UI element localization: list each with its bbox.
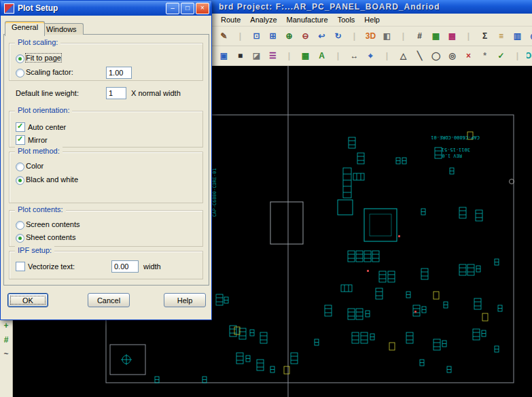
vectorize-width-suffix-label: width bbox=[143, 262, 161, 271]
ok-button[interactable]: OK bbox=[7, 293, 48, 307]
separator: | bbox=[232, 29, 248, 44]
auto-center-checkbox[interactable] bbox=[16, 122, 25, 132]
place-part-icon[interactable]: ▦ bbox=[298, 48, 313, 64]
screen-contents-label: Screen contents bbox=[26, 220, 80, 228]
shaded-view-icon[interactable]: ◧ bbox=[379, 29, 395, 44]
cancel-button[interactable]: Cancel bbox=[88, 293, 130, 307]
line-weight-label: Default line weight: bbox=[16, 89, 79, 97]
tab-windows[interactable]: Windows bbox=[39, 23, 84, 35]
add-text-icon[interactable]: A bbox=[314, 48, 330, 64]
redraw-icon[interactable]: ↻ bbox=[330, 29, 346, 44]
done-icon[interactable]: ✓ bbox=[493, 48, 509, 64]
zoom-in-icon[interactable]: ⊕ bbox=[281, 29, 297, 44]
separator: | bbox=[510, 48, 525, 64]
plot-orientation-group-label: Plot orientation: bbox=[15, 106, 72, 114]
board-date-code: 3011-15-51 bbox=[442, 147, 470, 152]
menu-item[interactable]: Tools bbox=[333, 14, 360, 25]
main-window-title: brd Project: F:...AR_PC_PANEL_BOARD_Andr… bbox=[219, 2, 440, 12]
color-radio[interactable] bbox=[16, 162, 24, 171]
slide-icon[interactable]: ~ bbox=[1, 349, 12, 359]
stack-icon[interactable]: ☰ bbox=[265, 48, 281, 64]
dialog-title: Plot Setup bbox=[18, 3, 164, 13]
add-donut-icon[interactable]: ◎ bbox=[444, 48, 460, 64]
sheet-contents-label: Sheet contents bbox=[26, 233, 75, 241]
fit-to-page-radio[interactable] bbox=[16, 54, 24, 63]
plot-method-group-label: Plot method: bbox=[15, 147, 63, 155]
3d-view-icon[interactable]: 3D bbox=[363, 29, 378, 44]
sheet-contents-radio[interactable] bbox=[16, 234, 24, 243]
board-silkscreen-text: CAP-C6800-CORE-01 CAP-C6800-CORE-01 3011… bbox=[212, 135, 480, 217]
auto-center-label: Auto center bbox=[28, 123, 66, 131]
separator: | bbox=[281, 48, 297, 64]
scaling-factor-input[interactable] bbox=[106, 67, 132, 79]
visibility-icon[interactable]: ◉ bbox=[526, 29, 532, 44]
tab-general[interactable]: General bbox=[5, 21, 45, 36]
scaling-factor-label: Scaling factor: bbox=[26, 68, 73, 76]
vectorize-text-label: Vectorize text: bbox=[28, 262, 75, 271]
line-weight-suffix-label: X normal width bbox=[131, 89, 181, 97]
reports-icon[interactable]: Σ bbox=[477, 29, 493, 44]
add-circle-icon[interactable]: ◯ bbox=[428, 48, 444, 64]
black-and-white-radio[interactable] bbox=[16, 176, 24, 185]
plot-scaling-group-label: Plot scaling: bbox=[15, 38, 60, 46]
odb-export-icon[interactable]: OdB bbox=[526, 48, 532, 64]
fit-to-page-label[interactable]: Fit to page bbox=[26, 54, 61, 62]
mirror-checkbox[interactable] bbox=[16, 135, 25, 145]
add-connect-icon[interactable]: + bbox=[1, 320, 12, 330]
add-triangle-icon[interactable]: △ bbox=[395, 48, 411, 64]
maximize-button-icon[interactable]: □ bbox=[181, 3, 194, 14]
cross-section-icon[interactable]: ≡ bbox=[493, 29, 509, 44]
dialog-titlebar[interactable]: Plot Setup – □ × bbox=[1, 1, 211, 16]
edit-icon[interactable]: ✎ bbox=[216, 29, 232, 44]
black-and-white-label: Black and white bbox=[26, 175, 78, 184]
vectorize-text-checkbox[interactable] bbox=[16, 262, 25, 271]
screen-contents-radio[interactable] bbox=[16, 221, 24, 230]
menu-item[interactable]: Help bbox=[359, 14, 385, 25]
window-select-icon[interactable]: ▣ bbox=[216, 48, 232, 64]
board-part-number-mirrored: CAP-C6800-CORE-01 bbox=[431, 135, 480, 140]
zoom-by-points-icon[interactable]: ⊡ bbox=[249, 29, 264, 44]
delete-icon[interactable]: × bbox=[461, 48, 476, 64]
shadow-mode-icon[interactable]: ◪ bbox=[249, 48, 264, 64]
grid-icon[interactable]: # bbox=[412, 29, 427, 44]
add-line-icon[interactable]: ╲ bbox=[412, 48, 427, 64]
vectorize-width-input[interactable] bbox=[111, 260, 139, 273]
measure-icon[interactable]: ⌖ bbox=[363, 48, 378, 64]
find-filter-icon[interactable]: ▥ bbox=[510, 29, 525, 44]
separator: | bbox=[461, 29, 476, 44]
show-rats-icon[interactable]: # bbox=[1, 334, 12, 345]
separator: | bbox=[347, 29, 362, 44]
separator: | bbox=[379, 48, 395, 64]
board-part-number-vertical: CAP-C6800-CORE-01 bbox=[212, 168, 217, 217]
mirror-label: Mirror bbox=[28, 136, 48, 144]
menu-item[interactable]: Manufacture bbox=[282, 14, 333, 25]
dimension-icon[interactable]: ↔ bbox=[347, 48, 362, 64]
allegro-pcb-editor-window: brd Project: F:...AR_PC_PANEL_BOARD_Andr… bbox=[0, 0, 532, 397]
plot-contents-group-label: Plot contents: bbox=[15, 205, 66, 213]
minimize-button-icon[interactable]: – bbox=[166, 3, 179, 14]
separator: | bbox=[330, 48, 346, 64]
zoom-previous-icon[interactable]: ↩ bbox=[314, 29, 330, 44]
zoom-out-icon[interactable]: ⊖ bbox=[298, 29, 313, 44]
snap-icon[interactable]: * bbox=[477, 48, 493, 64]
plot-setup-dialog: Plot Setup – □ × General Windows Plot sc… bbox=[0, 0, 212, 320]
scaling-factor-radio[interactable] bbox=[16, 69, 24, 77]
blank-display-icon[interactable]: ■ bbox=[232, 48, 248, 64]
color-priority-icon[interactable]: ▩ bbox=[444, 29, 460, 44]
color-label: Color bbox=[26, 162, 43, 170]
menu-item[interactable]: Route bbox=[216, 14, 245, 25]
menu-item[interactable]: Analyze bbox=[245, 14, 281, 25]
zoom-fit-icon[interactable]: ⊞ bbox=[265, 29, 281, 44]
plot-setup-app-icon bbox=[4, 3, 14, 14]
help-button[interactable]: Help bbox=[164, 293, 206, 307]
line-weight-input[interactable] bbox=[106, 87, 126, 99]
ipf-setup-group-label: IPF setup: bbox=[15, 246, 54, 254]
close-button-icon[interactable]: × bbox=[196, 3, 209, 14]
color-dialog-icon[interactable]: ▦ bbox=[428, 29, 444, 44]
separator: | bbox=[395, 29, 411, 44]
board-revision: REV 1.0 bbox=[442, 153, 462, 158]
